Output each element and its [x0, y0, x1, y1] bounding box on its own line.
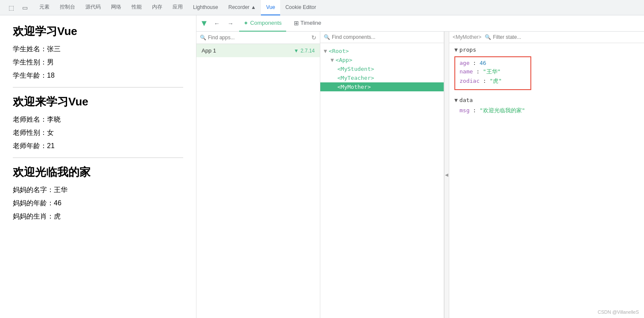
tab-lighthouse[interactable]: Lighthouse: [188, 0, 223, 15]
mymother-tag: <MyMother>: [337, 84, 371, 90]
teacher-name: 老师姓名：李晓: [13, 115, 183, 124]
app-version-text: 2.7.14: [301, 48, 315, 54]
prop-zodiac-colon: :: [483, 78, 490, 84]
tab-memory[interactable]: 内存: [147, 0, 167, 15]
divider-2: [13, 158, 183, 158]
device-icon[interactable]: ▭: [19, 2, 31, 14]
teacher-gender: 老师性别：女: [13, 128, 183, 137]
tab-recorder[interactable]: Recorder ▲: [223, 0, 261, 15]
prop-name-key: name: [460, 68, 473, 75]
tab-elements[interactable]: 元素: [34, 0, 55, 15]
tree-mymother[interactable]: <MyMother>: [320, 82, 444, 91]
teacher-age: 老师年龄：21: [13, 142, 183, 151]
prop-zodiac: zodiac : "虎": [460, 77, 526, 85]
data-section: ▼ data msg : "欢迎光临我的家": [454, 97, 639, 114]
root-tag: <Root>: [329, 48, 349, 54]
components-icon: ✦: [243, 20, 249, 26]
mom-age: 妈妈的年龄：46: [13, 199, 183, 208]
collapse-handle[interactable]: ◀: [444, 32, 449, 318]
main-area: 欢迎学习Vue 学生姓名：张三 学生性别：男 学生年龄：18 欢迎来学习Vue …: [0, 15, 644, 318]
state-panel: <MyMother> 🔍 ▼ props age: [449, 32, 644, 318]
student-name: 学生姓名：张三: [13, 45, 183, 54]
devtools-content: 🔍 ↻ App 1 ▼ 2.7.14 🔍: [196, 32, 644, 318]
forward-button[interactable]: →: [225, 18, 236, 29]
tree-myteacher[interactable]: <MyTeacher>: [320, 73, 444, 82]
prop-name-value: "王华": [483, 68, 501, 75]
data-arrow: ▼: [454, 97, 458, 103]
data-msg-key: msg: [460, 107, 469, 114]
state-search-icon: 🔍: [485, 34, 491, 40]
tab-application[interactable]: 应用: [167, 0, 188, 15]
section3-title: 欢迎光临我的家: [13, 165, 183, 180]
mom-name: 妈妈的名字：王华: [13, 186, 183, 195]
data-label: data: [460, 97, 473, 103]
apps-search-bar: 🔍 ↻: [196, 32, 320, 44]
tree-root[interactable]: ▼ <Root>: [320, 47, 444, 55]
top-tab-bar: ⬚ ▭ 元素 控制台 源代码 网络 性能 内存 应用 Lighthouse Re…: [0, 0, 644, 15]
timeline-icon: ⊞: [294, 20, 299, 26]
apps-panel: 🔍 ↻ App 1 ▼ 2.7.14: [196, 32, 320, 318]
section2-title: 欢迎来学习Vue: [13, 94, 183, 109]
back-button[interactable]: ←: [212, 18, 222, 29]
props-label: props: [460, 47, 476, 53]
app-item-name: App 1: [202, 47, 216, 54]
tab-timeline[interactable]: ⊞ Timeline: [290, 15, 326, 32]
prop-age: age : 46: [460, 60, 526, 66]
tab-performance[interactable]: 性能: [126, 0, 147, 15]
state-component-name: <MyMother>: [453, 34, 481, 40]
prop-zodiac-value: "虎": [489, 78, 502, 84]
mom-zodiac: 妈妈的生肖：虎: [13, 212, 183, 221]
data-msg: msg : "欢迎光临我的家": [454, 107, 639, 114]
data-section-header[interactable]: ▼ data: [454, 97, 639, 103]
devtools-panel: ▼ ← → ✦ Components ⊞ Timeline 🔍 ↻: [196, 15, 644, 318]
divider-1: [13, 87, 183, 88]
prop-name: name : "王华": [460, 68, 526, 76]
watermark: CSDN @VillanelleS: [597, 309, 639, 315]
tab-components-label: Components: [250, 20, 282, 26]
components-search-input[interactable]: [332, 34, 440, 40]
prop-age-key: age: [460, 60, 469, 66]
tab-network[interactable]: 网络: [106, 0, 126, 15]
tab-sources[interactable]: 源代码: [80, 0, 106, 15]
state-content: ▼ props age : 46 name :: [449, 43, 644, 318]
apps-search-input[interactable]: [208, 35, 310, 41]
refresh-icon[interactable]: ↻: [311, 34, 316, 41]
props-section-header[interactable]: ▼ props: [454, 47, 639, 53]
props-box: age : 46 name : "王华" zodiac: [454, 56, 531, 90]
prop-zodiac-key: zodiac: [460, 78, 480, 84]
arrow-app: ▼: [331, 57, 334, 63]
vue-logo-icon: ▼: [200, 18, 208, 28]
tab-timeline-label: Timeline: [301, 20, 322, 26]
devtools-toolbar: ▼ ← → ✦ Components ⊞ Timeline: [196, 15, 644, 32]
state-filter-input[interactable]: [493, 34, 641, 40]
data-msg-value: "欢迎光临我的家": [480, 107, 525, 114]
myteacher-tag: <MyTeacher>: [337, 75, 374, 81]
app-tag: <App>: [336, 57, 352, 63]
data-msg-colon: :: [473, 107, 480, 114]
tab-components[interactable]: ✦ Components: [239, 15, 286, 32]
props-section: ▼ props age : 46 name :: [454, 47, 639, 90]
components-panel: 🔍 ▼ <Root> ▼ <App> <MyStudent>: [320, 32, 444, 318]
arrow-root: ▼: [324, 48, 327, 54]
tree-app[interactable]: ▼ <App>: [320, 55, 444, 64]
prop-name-colon: :: [476, 68, 483, 75]
component-tree: ▼ <Root> ▼ <App> <MyStudent> <MyTeacher>: [320, 43, 444, 318]
student-age: 学生年龄：18: [13, 71, 183, 80]
tab-vue[interactable]: Vue: [261, 0, 280, 15]
components-search-icon: 🔍: [324, 34, 330, 40]
mystudent-tag: <MyStudent>: [337, 66, 374, 72]
app-item-version: ▼ 2.7.14: [294, 48, 315, 54]
student-gender: 学生性别：男: [13, 58, 183, 67]
cursor-icon[interactable]: ⬚: [5, 2, 17, 14]
app-item-1[interactable]: App 1 ▼ 2.7.14: [196, 44, 320, 57]
components-search-bar: 🔍: [320, 32, 444, 43]
preview-panel: 欢迎学习Vue 学生姓名：张三 学生性别：男 学生年龄：18 欢迎来学习Vue …: [0, 15, 196, 318]
tab-console[interactable]: 控制台: [55, 0, 80, 15]
devtools-icon-buttons: ⬚ ▭: [2, 2, 34, 14]
prop-age-value: 46: [480, 60, 486, 66]
apps-search-icon: 🔍: [200, 35, 206, 41]
tab-cookie-editor[interactable]: Cookie Editor: [280, 0, 321, 15]
tree-mystudent[interactable]: <MyStudent>: [320, 64, 444, 73]
section1-title: 欢迎学习Vue: [13, 24, 183, 39]
vue-v-icon: ▼: [294, 48, 299, 54]
